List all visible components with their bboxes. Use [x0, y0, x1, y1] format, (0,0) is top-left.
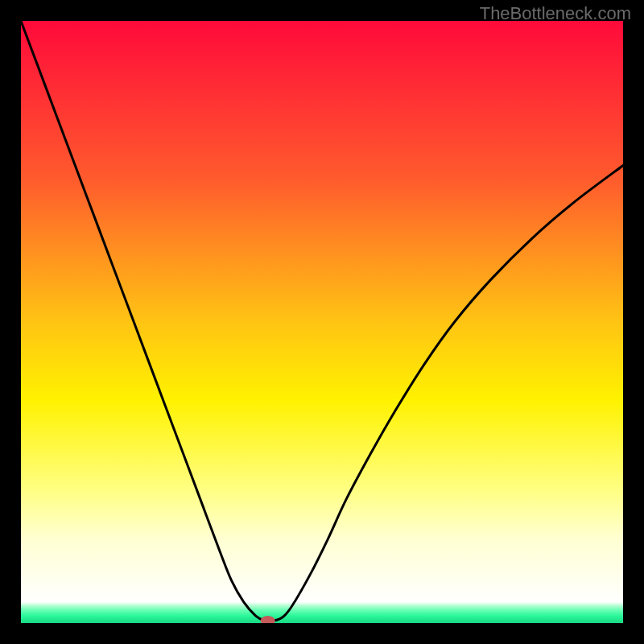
chart-svg	[21, 21, 623, 623]
watermark-text: TheBottleneck.com	[480, 3, 631, 24]
chart-background	[21, 21, 623, 623]
chart-plot-area	[21, 21, 623, 623]
